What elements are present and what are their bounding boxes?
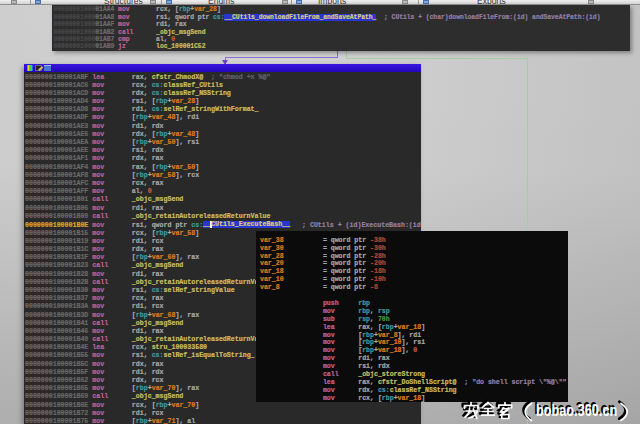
svg-text:bobao.360.cn: bobao.360.cn [536,401,617,419]
